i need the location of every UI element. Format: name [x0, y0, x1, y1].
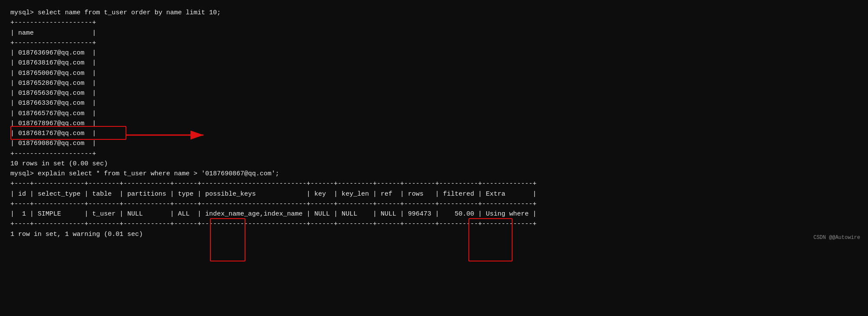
terminal-line-sep4: +----+-------------+--------+-----------… [10, 179, 858, 189]
highlight-box-name [10, 126, 126, 140]
terminal-line-cmd1: mysql> select name from t_user order by … [10, 8, 858, 18]
highlight-box-type [210, 218, 245, 261]
terminal-window: mysql> select name from t_user order by … [0, 0, 868, 247]
terminal-line-sep1: +--------------------+ [10, 18, 858, 28]
terminal-line-stat1: 10 rows in set (0.00 sec) [10, 159, 858, 169]
highlight-box-rows [468, 218, 513, 261]
terminal-line-drow1: | 1 | SIMPLE | t_user | NULL | ALL | ind… [10, 209, 858, 219]
terminal-line-sep5: +----+-------------+--------+-----------… [10, 199, 858, 209]
terminal-line-row10: | 0187690867@qq.com | [10, 139, 858, 148]
terminal-line-row9: | 0187681767@qq.com | [10, 129, 858, 139]
terminal-line-hdr2: | id | select_type | table | partitions … [10, 189, 858, 199]
terminal-line-sep6: +----+-------------+--------+-----------… [10, 219, 858, 229]
terminal-line-sep2: +--------------------+ [10, 38, 858, 48]
terminal-line-row6: | 0187663367@qq.com | [10, 98, 858, 108]
terminal-line-row4: | 0187652867@qq.com | [10, 78, 858, 88]
terminal-line-row1: | 0187636967@qq.com | [10, 48, 858, 58]
terminal-line-row5: | 0187656367@qq.com | [10, 88, 858, 98]
terminal-line-row3: | 0187650067@qq.com | [10, 68, 858, 78]
terminal-line-sep3: +--------------------+ [10, 149, 858, 159]
terminal-line-row7: | 0187665767@qq.com | [10, 109, 858, 119]
terminal-line-row8: | 0187678967@qq.com | [10, 119, 858, 129]
watermark-text: CSDN @@Autowire [813, 234, 860, 242]
terminal-line-row2: | 0187638167@qq.com | [10, 58, 858, 68]
terminal-line-hdr1: | name | [10, 28, 858, 38]
terminal-line-cmd2: mysql> explain select * from t_user wher… [10, 169, 858, 179]
terminal-line-stat2: 1 row in set, 1 warning (0.01 sec) [10, 229, 858, 239]
